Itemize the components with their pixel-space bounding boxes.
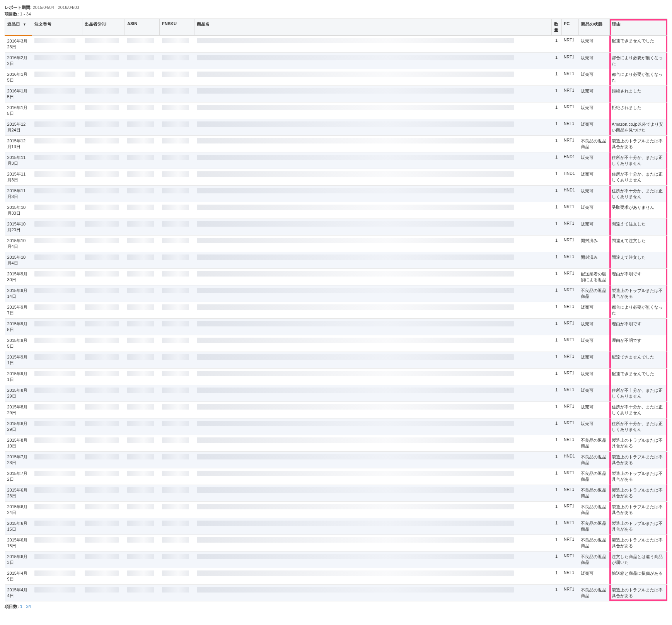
col-fnsku[interactable]: FNSKU [160, 19, 194, 36]
cell-order-id [32, 202, 82, 219]
col-reason[interactable]: 理由 [609, 19, 667, 36]
cell-product-name [194, 402, 552, 418]
cell-condition: 販売可 [578, 568, 609, 585]
cell-quantity: 1 [551, 169, 561, 186]
col-order-id[interactable]: 注文番号 [32, 19, 82, 36]
cell-asin [125, 335, 160, 352]
cell-asin [125, 53, 160, 69]
cell-fc: HND1 [561, 152, 578, 169]
cell-fnsku [160, 552, 194, 568]
cell-condition: 販売可 [578, 119, 609, 136]
cell-seller-sku [82, 86, 125, 102]
cell-fc: NRT1 [561, 518, 578, 535]
table-row: 2015年9月1日1NRT1販売可配達できませんでした [5, 352, 668, 369]
cell-asin [125, 369, 160, 385]
cell-fc: NRT1 [561, 418, 578, 435]
col-fc[interactable]: FC [561, 19, 578, 36]
cell-order-id [32, 119, 82, 136]
table-row: 2015年8月29日1NRT1販売可住所が不十分か、または正しくありません [5, 418, 668, 435]
cell-reason: 製造上のトラブルまたは不具合がある [609, 585, 667, 601]
item-count-top: 項目数: 1 - 34 [5, 11, 667, 17]
cell-condition: 不良品の返品商品 [578, 435, 609, 452]
cell-reason: 拒絶されました [609, 102, 667, 119]
cell-reason: 住所が不十分か、または正しくありません [609, 402, 667, 418]
cell-fnsku [160, 568, 194, 585]
cell-asin [125, 269, 160, 285]
cell-fc: NRT1 [561, 219, 578, 236]
table-row: 2015年7月28日1HND1不良品の返品商品製造上のトラブルまたは不具合がある [5, 452, 668, 468]
item-count-label: 項目数: [5, 12, 19, 16]
cell-fc: NRT1 [561, 552, 578, 568]
cell-seller-sku [82, 219, 125, 236]
cell-product-name [194, 502, 552, 518]
cell-asin [125, 402, 160, 418]
cell-product-name [194, 319, 552, 335]
cell-asin [125, 186, 160, 202]
cell-seller-sku [82, 119, 125, 136]
cell-reason: 間違えて注文した [609, 219, 667, 236]
cell-return-date: 2015年12月13日 [5, 136, 32, 152]
cell-asin [125, 86, 160, 102]
cell-asin [125, 36, 160, 53]
cell-condition: 販売可 [578, 202, 609, 219]
table-row: 2015年11月3日1HND1販売可住所が不十分か、または正しくありません [5, 152, 668, 169]
col-quantity[interactable]: 数量 [551, 19, 561, 36]
cell-seller-sku [82, 502, 125, 518]
cell-fnsku [160, 136, 194, 152]
cell-reason: 製造上のトラブルまたは不具合がある [609, 136, 667, 152]
cell-condition: 販売可 [578, 53, 609, 69]
table-row: 2015年6月15日1NRT1不良品の返品商品製造上のトラブルまたは不具合がある [5, 518, 668, 535]
cell-condition: 開封済み [578, 236, 609, 252]
col-product-name[interactable]: 商品名 [194, 19, 552, 36]
table-row: 2015年8月10日1NRT1不良品の返品商品製造上のトラブルまたは不具合がある [5, 435, 668, 452]
cell-quantity: 1 [551, 252, 561, 269]
cell-condition: 配送業者の破損による返品 [578, 269, 609, 285]
cell-quantity: 1 [551, 202, 561, 219]
cell-condition: 不良品の返品商品 [578, 136, 609, 152]
cell-condition: 不良品の返品商品 [578, 452, 609, 468]
cell-order-id [32, 186, 82, 202]
cell-fnsku [160, 236, 194, 252]
cell-seller-sku [82, 53, 125, 69]
cell-asin [125, 119, 160, 136]
cell-quantity: 1 [551, 402, 561, 418]
col-asin[interactable]: ASIN [125, 19, 160, 36]
cell-order-id [32, 152, 82, 169]
cell-return-date: 2016年3月28日 [5, 36, 32, 53]
table-row: 2015年10月4日1NRT1開封済み間違えて注文した [5, 236, 668, 252]
cell-seller-sku [82, 269, 125, 285]
cell-condition: 不良品の返品商品 [578, 285, 609, 302]
col-condition[interactable]: 商品の状態 [578, 19, 609, 36]
cell-order-id [32, 102, 82, 119]
cell-order-id [32, 36, 82, 53]
cell-asin [125, 552, 160, 568]
table-row: 2015年11月3日1HND1販売可住所が不十分か、または正しくありません [5, 169, 668, 186]
cell-fnsku [160, 186, 194, 202]
cell-quantity: 1 [551, 119, 561, 136]
cell-quantity: 1 [551, 285, 561, 302]
cell-fnsku [160, 418, 194, 435]
cell-condition: 不良品の返品商品 [578, 585, 609, 601]
cell-order-id [32, 236, 82, 252]
cell-quantity: 1 [551, 369, 561, 385]
cell-condition: 不良品の返品商品 [578, 518, 609, 535]
cell-asin [125, 102, 160, 119]
cell-asin [125, 236, 160, 252]
cell-quantity: 1 [551, 468, 561, 485]
cell-seller-sku [82, 302, 125, 319]
cell-fnsku [160, 369, 194, 385]
cell-reason: 配達できませんでした [609, 352, 667, 369]
cell-fnsku [160, 86, 194, 102]
cell-seller-sku [82, 369, 125, 385]
cell-order-id [32, 552, 82, 568]
cell-seller-sku [82, 585, 125, 601]
cell-product-name [194, 186, 552, 202]
cell-order-id [32, 402, 82, 418]
col-return-date[interactable]: 返品日 ▼ [5, 19, 32, 36]
cell-product-name [194, 53, 552, 69]
cell-fc: HND1 [561, 452, 578, 468]
col-seller-sku[interactable]: 出品者SKU [82, 19, 125, 36]
cell-product-name [194, 585, 552, 601]
cell-reason: 配達できませんでした [609, 36, 667, 53]
cell-product-name [194, 285, 552, 302]
